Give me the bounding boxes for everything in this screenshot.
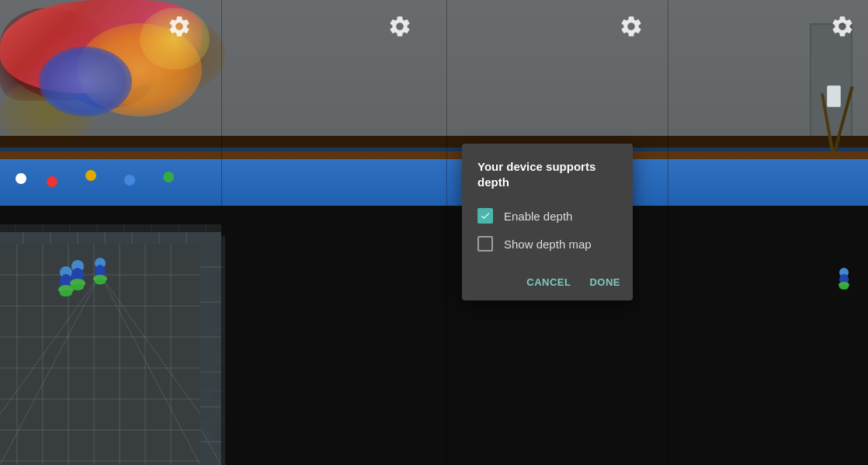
dialog-title: Your device supports depth	[462, 159, 633, 202]
dialog-actions: CANCEL DONE	[462, 264, 633, 300]
gear-icon-far-right[interactable]	[830, 14, 855, 42]
gear-icon-right-mid[interactable]	[619, 14, 644, 42]
done-button[interactable]: DONE	[586, 273, 623, 291]
show-depth-map-option[interactable]: Show depth map	[462, 230, 633, 258]
enable-depth-option[interactable]: Enable depth	[462, 202, 633, 230]
gear-icon-center[interactable]	[387, 14, 412, 42]
cancel-button[interactable]: CANCEL	[523, 273, 574, 291]
enable-depth-checkbox[interactable]	[477, 208, 493, 224]
enable-depth-label: Enable depth	[504, 210, 572, 223]
show-depth-map-checkbox[interactable]	[477, 236, 493, 252]
gear-icon-left[interactable]	[167, 14, 192, 42]
ar-scene: Your device supports depth Enable depth …	[0, 0, 868, 465]
depth-dialog: Your device supports depth Enable depth …	[462, 144, 633, 300]
show-depth-map-label: Show depth map	[504, 238, 592, 251]
